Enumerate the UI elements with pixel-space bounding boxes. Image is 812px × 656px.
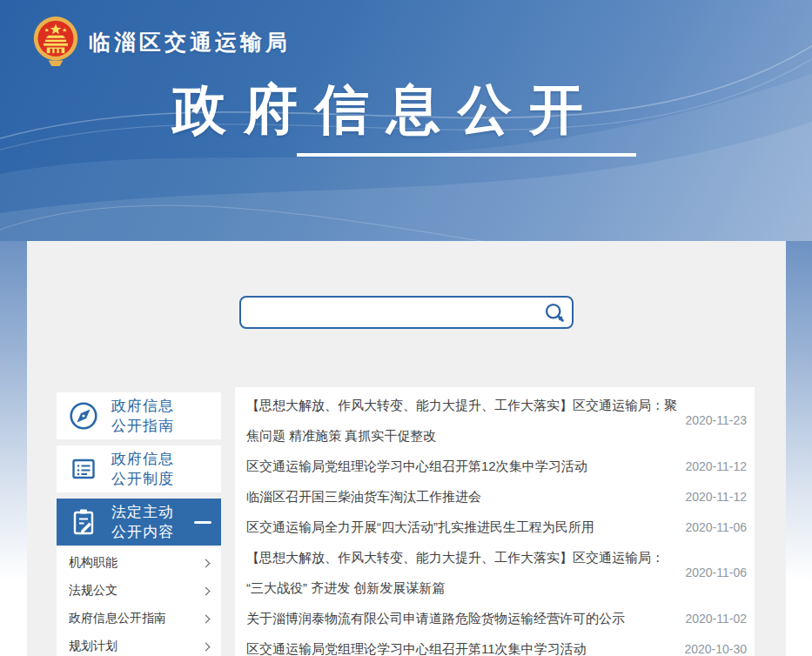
site-name: 临淄区交通运输局	[89, 28, 291, 57]
news-date: 2020-11-12	[677, 490, 747, 504]
news-list: 【思想大解放、作风大转变、能力大提升、工作大落实】区交通运输局：聚焦问题 精准施…	[235, 387, 755, 656]
compass-icon	[68, 400, 99, 432]
search-icon	[543, 301, 567, 325]
chevron-right-icon	[202, 614, 211, 623]
news-list-item[interactable]: 临淄区召开国三柴油货车淘汰工作推进会 2020-11-12	[235, 481, 755, 512]
news-date: 2020-11-02	[677, 612, 747, 626]
news-title-link[interactable]: 临淄区召开国三柴油货车淘汰工作推进会	[246, 481, 677, 512]
search-input[interactable]	[241, 298, 537, 327]
sidebar-item-gov-info-guide[interactable]: 政府信息 公开指南	[57, 392, 221, 439]
news-title-link[interactable]: 区交通运输局党组理论学习中心组召开第12次集中学习活动	[246, 451, 677, 481]
page: 临淄区交通运输局 政府信息公开	[0, 0, 812, 656]
national-emblem-logo	[31, 15, 80, 69]
news-date: 2020-11-06	[677, 520, 747, 534]
page-title: 政府信息公开	[172, 73, 601, 146]
news-title-link[interactable]: 区交通运输局全力开展“四大活动”扎实推进民生工程为民所用	[246, 512, 677, 542]
header-banner: 临淄区交通运输局 政府信息公开	[0, 0, 812, 241]
news-title-link[interactable]: 【思想大解放、作风大转变、能力大提升、工作大落实】区交通运输局：聚焦问题 精准施…	[246, 390, 677, 451]
news-date: 2020-11-23	[677, 413, 747, 427]
chevron-right-icon	[202, 586, 211, 595]
sidebar-subitem-regulations[interactable]: 法规公文	[57, 577, 221, 605]
sidebar-item-label: 政府信息 公开指南	[111, 396, 174, 436]
news-date: 2020-11-12	[677, 459, 747, 473]
chevron-right-icon	[202, 559, 211, 567]
sidebar-item-label: 法定主动 公开内容	[111, 502, 174, 542]
sidebar-submenu: 机构职能 法规公文 政府信息公开指南 规划计划	[57, 547, 221, 656]
content-panel: 政府信息 公开指南 政府信息	[27, 241, 786, 656]
sidebar-subitem-plans[interactable]: 规划计划	[57, 633, 221, 656]
site-brand[interactable]: 临淄区交通运输局	[31, 15, 291, 69]
document-list-icon	[68, 453, 99, 485]
news-list-item[interactable]: 【思想大解放、作风大转变、能力大提升、工作大落实】区交通运输局： “三大战役” …	[235, 542, 755, 603]
news-list-item[interactable]: 区交通运输局党组理论学习中心组召开第12次集中学习活动 2020-11-12	[235, 451, 755, 481]
news-date: 2020-11-06	[677, 566, 747, 579]
sidebar-item-label: 政府信息 公开制度	[111, 449, 174, 489]
news-list-item[interactable]: 区交通运输局全力开展“四大活动”扎实推进民生工程为民所用 2020-11-06	[235, 512, 755, 542]
title-underline	[297, 153, 636, 157]
sidebar-item-statutory-disclosure[interactable]: 法定主动 公开内容	[57, 499, 221, 546]
search-button[interactable]	[537, 298, 572, 327]
chevron-right-icon	[202, 642, 211, 651]
clipboard-pencil-icon	[68, 506, 99, 538]
collapse-minus-icon[interactable]	[194, 521, 211, 524]
news-list-item[interactable]: 区交通运输局党组理论学习中心组召开第11次集中学习活动 2020-10-30	[235, 633, 755, 656]
news-title-link[interactable]: 区交通运输局党组理论学习中心组召开第11次集中学习活动	[246, 633, 677, 656]
search-bar	[239, 296, 574, 329]
sidebar-subitem-disclosure-guide[interactable]: 政府信息公开指南	[57, 605, 221, 633]
news-date: 2020-10-30	[677, 642, 747, 656]
news-list-item[interactable]: 关于淄博润泰物流有限公司申请道路危险货物运输经营许可的公示 2020-11-02	[235, 603, 755, 633]
sidebar-nav: 政府信息 公开指南 政府信息	[57, 392, 221, 656]
news-title-link[interactable]: 关于淄博润泰物流有限公司申请道路危险货物运输经营许可的公示	[246, 603, 677, 633]
sidebar-subitem-org-functions[interactable]: 机构职能	[57, 549, 221, 577]
news-list-item[interactable]: 【思想大解放、作风大转变、能力大提升、工作大落实】区交通运输局：聚焦问题 精准施…	[235, 390, 755, 451]
news-title-link[interactable]: 【思想大解放、作风大转变、能力大提升、工作大落实】区交通运输局： “三大战役” …	[246, 542, 677, 603]
sidebar-item-gov-info-system[interactable]: 政府信息 公开制度	[57, 445, 221, 492]
